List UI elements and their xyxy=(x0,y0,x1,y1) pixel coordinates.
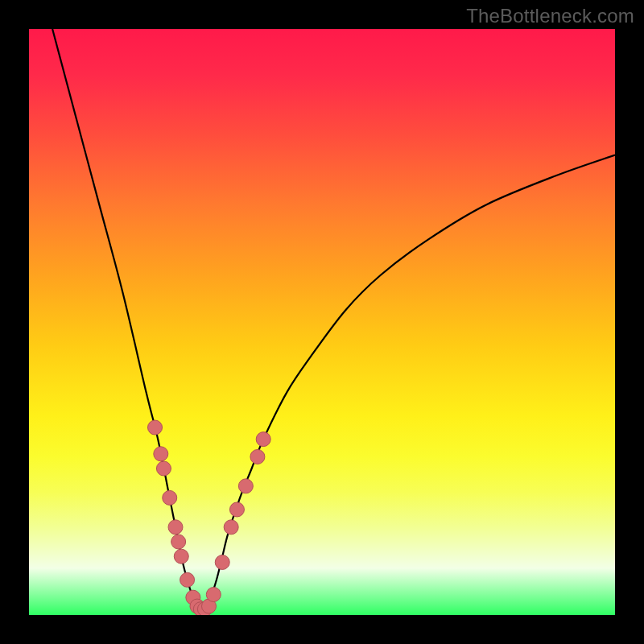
bottleneck-curve xyxy=(52,29,615,611)
highlight-dot xyxy=(156,461,171,476)
highlight-dot xyxy=(238,479,253,493)
highlight-dot xyxy=(229,502,244,517)
highlight-dot xyxy=(180,572,195,587)
highlight-dot xyxy=(168,520,183,535)
highlight-dot xyxy=(250,449,265,464)
highlight-dots xyxy=(148,420,271,615)
highlight-dot xyxy=(171,535,186,549)
highlight-dot xyxy=(174,549,188,564)
highlight-dot xyxy=(148,420,163,435)
curve-svg xyxy=(29,29,615,615)
chart-frame: TheBottleneck.com xyxy=(0,0,644,644)
highlight-dot xyxy=(206,588,221,602)
highlight-dot xyxy=(256,432,270,447)
highlight-dot xyxy=(154,447,168,461)
watermark-text: TheBottleneck.com xyxy=(466,5,634,27)
plot-area xyxy=(29,29,615,615)
highlight-dot xyxy=(224,520,238,535)
highlight-dot xyxy=(215,555,229,569)
highlight-dot xyxy=(163,490,177,505)
